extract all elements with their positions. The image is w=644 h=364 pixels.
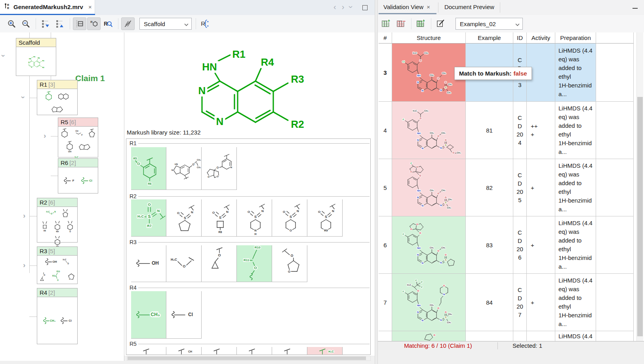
table-cell[interactable] [527, 331, 555, 341]
table-cell[interactable]: 83 [466, 216, 513, 274]
table-cell[interactable]: NNNHCH₃ONSOOOOFCH₃CH₃CH₃ [392, 159, 466, 216]
column-header-example[interactable]: Example [466, 32, 513, 44]
scrollbar-thumb[interactable] [637, 97, 643, 336]
remove-rows-button[interactable]: − [394, 17, 408, 30]
rgroup-query-search-button[interactable]: R [101, 17, 115, 30]
rgroup-cell[interactable]: OH [131, 245, 166, 282]
markush-canvas[interactable]: HNR1R4R3R2NN Markush library size: 11,23… [124, 32, 375, 356]
tree-node-header[interactable]: R4[2] [37, 288, 77, 297]
rgroup-cell[interactable]: OSN [166, 199, 202, 237]
column-header-id[interactable]: ID [513, 32, 527, 44]
table-cell[interactable]: 4 [379, 102, 392, 159]
rgroup-cell[interactable]: CH [166, 347, 202, 355]
previous-tab-icon[interactable]: ‹ [333, 2, 336, 11]
document-tab[interactable]: RR GeneratedMarkush2.mrv × [0, 0, 95, 14]
tree-node-scaffold[interactable]: ScaffoldHNR1R4R3R2NN [16, 38, 56, 76]
table-cell[interactable]: LiHMDS (4.4 eq) was added to ethyl 1H-be… [555, 216, 596, 274]
rgroup-cell[interactable]: OSNO [272, 199, 307, 237]
rgroup-cell[interactable]: OOON [202, 147, 237, 190]
table-cell[interactable] [596, 102, 634, 159]
table-cell[interactable]: 7 [379, 274, 392, 331]
table-cell[interactable]: + [527, 274, 555, 331]
zoom-in-button[interactable] [5, 17, 18, 30]
rgroup-cell[interactable] [237, 347, 272, 355]
column-header-num[interactable]: # [379, 32, 392, 44]
rgroup-cell[interactable]: O [202, 245, 237, 282]
add-matching-rows-button[interactable]: + [414, 17, 428, 30]
table-cell[interactable]: C D 20 5 [513, 159, 527, 216]
view-mode-dropdown[interactable]: Scaffold [139, 18, 192, 30]
table-cell[interactable] [596, 331, 634, 341]
table-cell[interactable]: NNNHCH₃ONSOFH₃CFFFOONCH₃CH₃ [392, 274, 466, 331]
rgroup-cell[interactable]: OR5R6 [131, 147, 166, 190]
table-cell[interactable]: LiHMDS (4.4 eq) was added to ethyl 1H-be… [555, 44, 596, 102]
table-cell[interactable]: LiHMDS (4.4 [555, 331, 596, 341]
tree-node-header[interactable]: R5[6] [58, 118, 98, 127]
table-cell[interactable]: NNNHCH₃ONSOFOH₃CCH₃CH₃OCH₃ [392, 102, 466, 159]
tab-document-preview[interactable]: Document Preview [440, 0, 499, 14]
table-cell[interactable]: C D 20 7 [513, 274, 527, 331]
table-cell[interactable]: LiHMDS (4.4 eq) was added to ethyl 1H-be… [555, 274, 596, 331]
rgroup-cell[interactable]: R10R11O [237, 245, 272, 282]
table-cell[interactable]: ++ + [527, 102, 555, 159]
table-cell[interactable]: LiHMDS (4.4 eq) was added to ethyl 1H-be… [555, 159, 596, 216]
rgroup-cell[interactable]: CH₃ [131, 291, 166, 339]
tree-node-r5[interactable]: R5[6]CHFOHH₃C [58, 118, 98, 157]
table-cell[interactable]: + [527, 216, 555, 274]
collapse-all-button[interactable] [53, 17, 67, 30]
rgroup-cell[interactable]: OSNR9 [307, 199, 343, 237]
table-cell[interactable] [466, 331, 513, 341]
tree-node-r4[interactable]: R4[2]CH₃Cl [37, 288, 78, 344]
rgroup-brace-button[interactable]: R [198, 17, 211, 30]
tree-node-header[interactable]: Scaffold [16, 38, 56, 47]
pane-divider[interactable] [375, 0, 378, 364]
tree-node-r6[interactable]: R6[2]FCl [58, 158, 98, 193]
maximize-pane-icon[interactable] [362, 5, 368, 10]
tab-list-icon[interactable]: › [347, 6, 356, 8]
rgroup-structure-toggle[interactable]: R [87, 17, 101, 30]
table-cell[interactable]: C D 20 6 [513, 216, 527, 274]
dataset-dropdown[interactable]: Examples_02 [455, 18, 523, 30]
rgroup-cell[interactable]: OSNNH [237, 199, 272, 237]
table-cell[interactable]: NNNHCH₃ONSOFOOOCH₃ [392, 216, 466, 274]
expander-icon[interactable]: › [21, 96, 26, 99]
tree-node-r1[interactable]: R1[3] [37, 80, 78, 115]
expander-icon[interactable]: › [44, 133, 46, 138]
table-cell[interactable]: LiHMDS (4.4 eq) was added to ethyl 1H-be… [555, 102, 596, 159]
tree-node-header[interactable]: R6[2] [58, 159, 98, 167]
rgroup-cell[interactable] [202, 347, 237, 355]
column-header-structure[interactable]: Structure [392, 32, 466, 44]
table-cell[interactable]: 82 [466, 159, 513, 216]
table-cell[interactable] [513, 331, 527, 341]
rgroup-cell[interactable]: OO [272, 245, 307, 282]
table-cell[interactable] [596, 274, 634, 331]
zoom-out-button[interactable] [19, 17, 32, 30]
expander-icon[interactable]: › [1, 55, 6, 57]
tab-validation-view[interactable]: Validation View × [379, 0, 435, 14]
scrollbar-thumb[interactable] [128, 356, 366, 360]
rgroup-cell[interactable]: OH₃CSNR7 [131, 199, 166, 237]
table-cell[interactable]: 84 [466, 274, 513, 331]
tree-node-r2[interactable]: R2[6]H₃CSNR8NHOR9 [37, 198, 78, 243]
table-cell[interactable] [379, 331, 392, 341]
canvas-horizontal-scrollbar[interactable] [127, 356, 371, 361]
table-cell[interactable]: 3 [379, 44, 392, 102]
rgroup-cell[interactable]: Cl [166, 291, 202, 339]
rgroup-cell[interactable]: H₃C [307, 347, 343, 355]
expander-icon[interactable]: › [23, 213, 25, 218]
group-view-toggle[interactable] [73, 17, 86, 30]
table-cell[interactable]: O [392, 331, 466, 341]
tree-node-header[interactable]: R1[3] [37, 80, 77, 89]
rgroup-cell[interactable] [272, 347, 307, 355]
rgroup-cell[interactable]: H₃CO [166, 245, 202, 282]
rgroup-cell[interactable]: OSNR8 [202, 199, 237, 237]
table-cell[interactable] [596, 216, 634, 274]
tree-node-header[interactable]: R3[5] [37, 247, 77, 256]
table-cell[interactable]: 81 [466, 102, 513, 159]
rgroup-cell[interactable]: HNNOCH₃CH₃ [166, 147, 202, 190]
table-vertical-scrollbar[interactable] [636, 32, 643, 341]
next-tab-icon[interactable]: › [342, 2, 345, 11]
close-icon[interactable]: × [427, 4, 430, 10]
column-header-activity[interactable]: Activity [527, 32, 555, 44]
expander-icon[interactable]: › [23, 262, 25, 268]
